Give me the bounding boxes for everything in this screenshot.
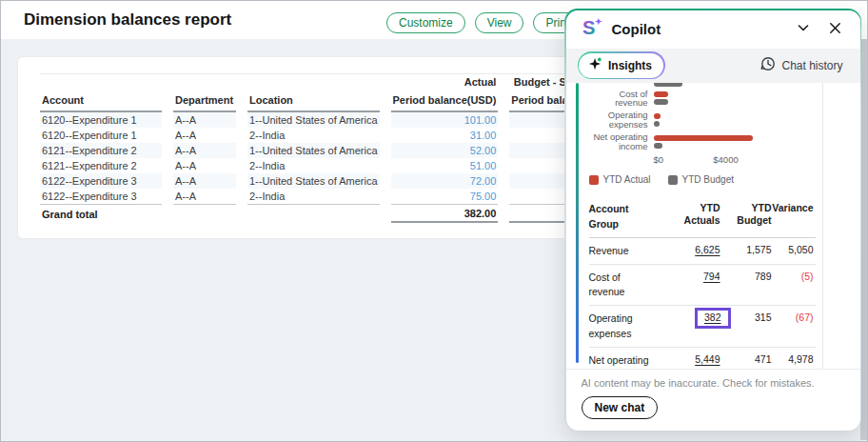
chart-bar: [654, 91, 668, 97]
ytd-budget-cell: 789: [720, 271, 772, 283]
ytd-actuals-cell: 794: [665, 271, 720, 283]
insights-label: Insights: [608, 59, 652, 72]
ytd-budget-cell: 1,575: [720, 244, 772, 256]
chart-category-label: Cost of revenue: [589, 90, 648, 109]
sparkle-icon: [588, 57, 602, 74]
account-table-header-row: Account Group YTD Actuals YTD Budget Var…: [589, 196, 816, 237]
chevron-down-icon: [796, 20, 811, 38]
variance-cell: 5,050: [772, 244, 814, 256]
column-header-location: Location: [247, 90, 380, 112]
legend-item-budget: YTD Budget: [668, 174, 734, 185]
column-header-account: Account: [40, 90, 162, 112]
chart-x-axis: $0$4000: [654, 154, 816, 166]
chart-bar: [654, 135, 753, 141]
ai-disclaimer: AI content may be inaccurate. Check for …: [582, 377, 845, 389]
legend-item-actual: YTD Actual: [589, 174, 651, 185]
account-table-row: Cost of revenue794789(5): [589, 265, 816, 306]
chat-history-button[interactable]: Chat history: [755, 55, 848, 75]
grand-total-label: Grand total: [40, 204, 162, 223]
svg-text:S: S: [582, 17, 594, 38]
insights-button-border: Insights: [578, 51, 665, 79]
balance-link[interactable]: 51.00: [470, 160, 497, 171]
variance-cell: (5): [772, 271, 814, 283]
close-icon: [828, 21, 842, 38]
legend-swatch-budget: [668, 175, 678, 185]
account-group-cell: Cost of revenue: [589, 271, 665, 299]
account-table-row: Operating expenses382315(67): [589, 306, 816, 347]
copilot-toolbar: Insights Chat history: [566, 49, 860, 83]
column-header-department: Department: [173, 90, 236, 112]
customize-button[interactable]: Customize: [386, 12, 465, 33]
chart-bar: [654, 143, 662, 149]
collapse-button[interactable]: [792, 18, 815, 41]
copilot-logo-icon: S: [582, 17, 602, 42]
close-button[interactable]: [824, 18, 847, 41]
variance-cell: (67): [772, 311, 814, 324]
variance-cell: 4,978: [772, 353, 814, 366]
insights-button[interactable]: Insights: [579, 53, 663, 78]
ytd-actuals-cell: 6,625: [665, 244, 720, 256]
ytd-actuals-link[interactable]: 6,625: [695, 244, 720, 255]
chart-row: Revenue: [589, 83, 816, 87]
view-button[interactable]: View: [475, 12, 524, 33]
chart-category-label: Operating expenses: [589, 110, 648, 130]
chart-bar: [654, 121, 660, 127]
copilot-title: Copilot: [612, 21, 782, 37]
chart-category-label: Net operating income: [589, 132, 648, 151]
ytd-bar-chart: RevenueCost of revenueOperating expenses…: [589, 83, 816, 167]
column-header-actual-balance: Period balance(USD): [391, 90, 499, 112]
content-scroll-divider: [822, 83, 823, 369]
copilot-footer: AI content may be inaccurate. Check for …: [566, 369, 860, 431]
chart-bar: [654, 83, 682, 87]
balance-link[interactable]: 52.00: [470, 145, 497, 156]
legend-label-budget: YTD Budget: [682, 174, 734, 185]
balance-link[interactable]: 31.00: [470, 130, 497, 141]
chat-history-label: Chat history: [781, 59, 842, 72]
chart-bar: [654, 113, 661, 119]
chart-legend: YTD Actual YTD Budget: [589, 174, 816, 185]
account-group-cell: Net operating income: [589, 353, 665, 369]
header-ytd-actuals: YTD Actuals: [665, 202, 720, 227]
chart-category-label: Revenue: [589, 83, 648, 85]
ytd-actuals-cell: 382: [665, 311, 720, 324]
group-header-actual: Actual: [391, 74, 499, 90]
copilot-header: S Copilot: [566, 10, 860, 49]
header-ytd-budget: YTD Budget: [720, 202, 772, 227]
ytd-actuals-link[interactable]: 794: [703, 271, 720, 282]
account-group-cell: Operating expenses: [589, 311, 665, 340]
ytd-actuals-cell: 5,449: [665, 353, 720, 366]
account-table-row: Revenue6,6251,5755,050: [589, 238, 816, 265]
chart-row: Cost of revenue: [589, 90, 816, 109]
copilot-panel: S Copilot: [564, 9, 861, 432]
chart-row: Operating expenses: [589, 110, 816, 130]
grand-total-actual: 382.00: [391, 204, 499, 223]
new-chat-button[interactable]: New chat: [582, 396, 659, 419]
header-variance: Variance: [772, 202, 814, 214]
ytd-budget-cell: 315: [720, 311, 772, 324]
page-scrollbar[interactable]: [860, 39, 867, 440]
x-tick: $0: [654, 154, 664, 165]
chart-row: Net operating income: [589, 132, 816, 151]
account-group-cell: Revenue: [589, 244, 665, 258]
insight-accent-bar: [576, 83, 579, 363]
x-tick: $4000: [713, 154, 738, 165]
insight-card: RevenueCost of revenueOperating expenses…: [589, 83, 816, 369]
legend-swatch-actual: [589, 175, 599, 185]
application-window: Dimension balances report Customize View…: [0, 0, 868, 442]
page-title: Dimension balances report: [24, 10, 231, 30]
legend-label-actual: YTD Actual: [603, 174, 651, 185]
account-group-table: Account Group YTD Actuals YTD Budget Var…: [589, 196, 816, 368]
insights-scroll-area[interactable]: RevenueCost of revenueOperating expenses…: [566, 83, 860, 369]
ytd-actuals-link[interactable]: 5,449: [695, 353, 720, 365]
clock-history-icon: [760, 56, 776, 74]
chart-bar: [654, 99, 668, 105]
account-table-row: Net operating income5,4494714,978: [589, 348, 816, 369]
balance-link[interactable]: 72.00: [470, 175, 497, 187]
header-account-group: Account Group: [589, 202, 665, 231]
ytd-budget-cell: 471: [720, 353, 772, 366]
balance-link[interactable]: 75.00: [470, 191, 497, 202]
ytd-actuals-link[interactable]: 382: [704, 311, 721, 323]
balance-link[interactable]: 101.00: [464, 114, 497, 126]
